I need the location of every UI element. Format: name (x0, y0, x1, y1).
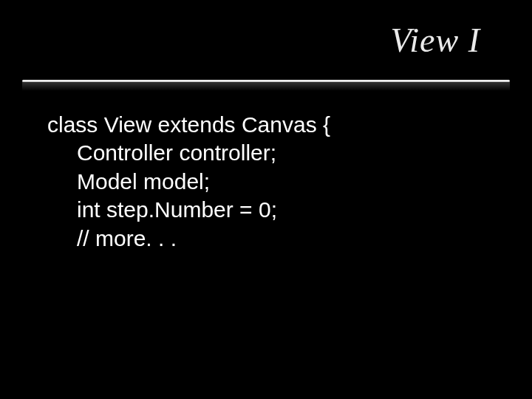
slide-body: class View extends Canvas { Controller c… (47, 111, 502, 253)
code-line-1: class View extends Canvas { (47, 111, 502, 139)
title-area: View I (391, 21, 502, 60)
slide: View I class View extends Canvas { Contr… (0, 0, 532, 399)
code-line-3: Model model; (47, 168, 502, 196)
code-line-2: Controller controller; (47, 139, 502, 167)
code-line-4: int step.Number = 0; (47, 196, 502, 224)
code-line-5: // more. . . (47, 225, 502, 253)
divider (22, 80, 510, 93)
slide-title: View I (391, 21, 480, 60)
